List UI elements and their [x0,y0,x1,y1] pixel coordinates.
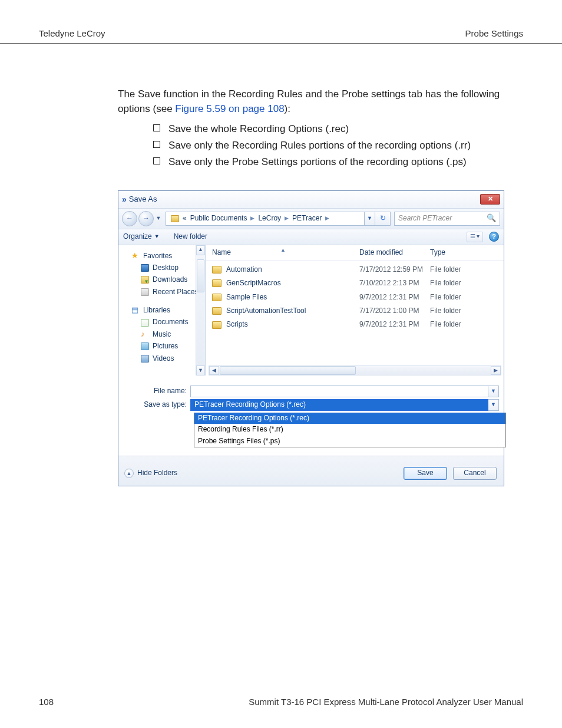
list-item-text: Save only the Recording Rules portions o… [168,139,471,153]
nav-back-button[interactable]: ← [122,211,137,226]
help-icon: ? [492,232,496,242]
col-label: Name [212,248,231,256]
file-row[interactable]: Scripts9/7/2012 12:31 PMFile folder [212,318,498,331]
nav-label: Downloads [153,275,187,285]
chevron-right-icon: ▶ [285,215,289,222]
folder-icon [212,307,222,315]
type-option[interactable]: Probe Settings Files (*.ps) [194,436,505,447]
nav-label: Desktop [153,263,178,273]
file-list-pane: Name ▲ Date modified Type Automation7/17… [206,245,504,376]
scroll-thumb[interactable] [197,259,204,292]
chevron-down-icon: ▼ [154,233,160,241]
checkbox-icon [153,124,160,131]
type-option[interactable]: PETracer Recording Options (*.rec) [194,413,505,424]
nav-libraries[interactable]: ▤ Libraries [131,305,206,315]
file-name-input[interactable] [190,386,488,397]
file-name: Automation [226,265,359,275]
desktop-icon [141,264,149,272]
horizontal-scrollbar[interactable]: ◀ ▶ [209,365,501,375]
breadcrumb[interactable]: « Public Documents ▶ LeCroy ▶ PETracer ▶ [166,212,365,226]
nav-label: Documents [153,317,189,327]
scroll-left-button[interactable]: ◀ [209,366,219,375]
search-input[interactable]: Search PETracer 🔍 [394,212,500,226]
documents-icon [141,319,149,327]
nav-history-dropdown[interactable]: ▼ [155,215,162,222]
checkbox-icon [153,141,160,148]
column-type[interactable]: Type [430,248,498,258]
close-button[interactable]: ✕ [480,194,500,205]
file-row[interactable]: ScriptAutomationTestTool7/17/2012 1:00 P… [212,304,498,318]
save-type-label: Save as type: [123,400,190,410]
save-fields: File name: ▼ Save as type: PETracer Reco… [118,375,504,450]
nav-scrollbar[interactable]: ▲ ▼ [196,245,206,376]
view-icon: ☰ ▾ [470,232,480,241]
organize-menu[interactable]: Organize ▼ [123,232,160,242]
downloads-icon [141,276,149,284]
page-footer: 108 Summit T3-16 PCI Express Multi-Lane … [0,697,562,707]
file-date: 7/10/2012 2:13 PM [359,278,430,288]
save-type-dropdown[interactable]: ▼ [488,399,499,411]
scroll-right-button[interactable]: ▶ [491,366,501,375]
chevron-right-icon: ▶ [250,215,254,222]
scroll-up-button[interactable]: ▲ [196,245,205,255]
save-type-select[interactable]: PETracer Recording Options (*.rec) [190,399,488,411]
arrow-left-icon: ← [126,213,133,223]
breadcrumb-item[interactable]: Public Documents [190,213,247,223]
refresh-icon: ↻ [380,213,386,223]
file-row[interactable]: Automation7/17/2012 12:59 PMFile folder [212,263,498,276]
breadcrumb-overflow: « [183,213,187,223]
file-list: Automation7/17/2012 12:59 PMFile folder … [206,261,504,338]
file-date: 7/17/2012 1:00 PM [359,306,430,316]
column-date[interactable]: Date modified [359,248,430,258]
new-folder-button[interactable]: New folder [174,232,207,242]
file-type: File folder [430,292,461,302]
file-name-dropdown[interactable]: ▼ [488,386,499,397]
list-item-text: Save only the Probe Settings portions of… [168,155,467,170]
file-row[interactable]: Sample Files9/7/2012 12:31 PMFile folder [212,291,498,304]
file-date: 9/7/2012 12:31 PM [359,319,430,330]
organize-label: Organize [123,232,152,242]
nav-forward-button[interactable]: → [138,211,154,226]
nav-favorites[interactable]: ★ Favorites [131,251,206,261]
window-title: Save As [129,194,157,205]
header-right: Probe Settings [465,28,523,38]
figure-link[interactable]: Figure 5.59 on page 108 [175,103,284,114]
pictures-icon [141,342,149,350]
address-bar: ← → ▼ « Public Documents ▶ LeCroy ▶ PETr… [118,209,504,229]
hide-folders-button[interactable]: ▲ Hide Folders [124,468,177,478]
music-icon: ♪ [141,331,149,338]
app-icon: » [122,193,125,205]
arrow-right-icon: → [143,213,150,223]
scroll-down-button[interactable]: ▼ [196,365,205,375]
save-as-dialog: » Save As ✕ ← → ▼ « Public Documents ▶ L… [118,190,504,486]
file-type: File folder [430,306,461,316]
header-left: Teledyne LeCroy [39,28,105,38]
view-options-button[interactable]: ☰ ▾ [467,232,483,242]
breadcrumb-item[interactable]: LeCroy [258,213,281,223]
scroll-thumb[interactable] [220,366,356,375]
body-text: The Save function in the Recording Rules… [0,58,562,486]
nav-label: Recent Places [153,287,198,297]
cancel-button[interactable]: Cancel [453,467,497,480]
manual-title: Summit T3-16 PCI Express Multi-Lane Prot… [249,697,523,707]
nav-label: Favorites [143,251,172,261]
search-icon: 🔍 [487,213,496,224]
toolbar: Organize ▼ New folder ☰ ▾ ? [118,229,504,245]
folder-icon [212,294,222,301]
folder-icon [212,266,222,274]
help-button[interactable]: ? [489,232,499,242]
options-list: Save the whole Recording Options (.rec) … [153,122,500,169]
type-option[interactable]: Recording Rules Files (*.rr) [194,424,505,435]
file-name: ScriptAutomationTestTool [226,306,359,316]
folder-icon [171,215,179,222]
breadcrumb-item[interactable]: PETracer [292,213,322,223]
sort-asc-icon: ▲ [280,246,286,254]
intro-text-b: ): [285,103,290,114]
column-name[interactable]: Name ▲ [212,248,359,258]
save-button[interactable]: Save [404,467,447,480]
file-name: Sample Files [226,292,359,302]
refresh-button[interactable]: ↻ [375,212,391,226]
nav-label: Libraries [143,305,170,315]
path-dropdown[interactable]: ▼ [365,212,375,226]
file-row[interactable]: GenScriptMacros7/10/2012 2:13 PMFile fol… [212,276,498,290]
